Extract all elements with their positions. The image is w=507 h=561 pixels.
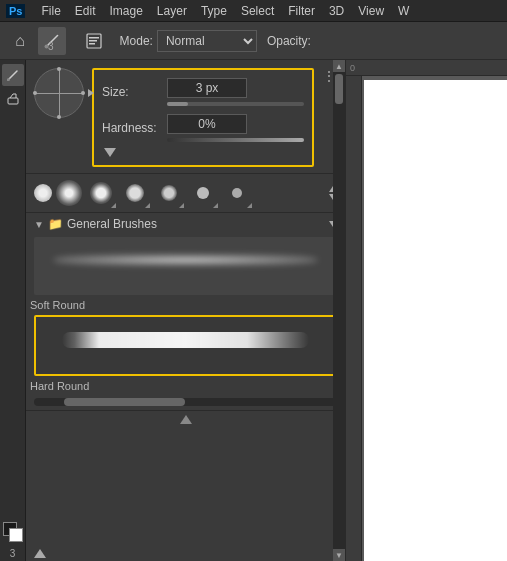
scroll-down-button[interactable]: ▼ [333,549,345,561]
panel-vertical-scrollbar[interactable]: ▲ ▼ [333,60,345,561]
menu-file[interactable]: File [41,4,60,18]
soft-round-brush-item[interactable] [34,237,337,295]
preset-item-4[interactable] [120,178,150,208]
ruler-top: 0 [346,60,507,76]
tool-eraser[interactable] [2,88,24,110]
h-scroll-thumb[interactable] [64,398,185,406]
left-toolbar: 3 [0,60,26,561]
fg-bg-colors[interactable] [3,522,23,542]
scroll-thumb[interactable] [335,74,343,104]
brush-preview-circle [34,68,84,118]
svg-rect-3 [89,40,97,42]
hardness-slider-thumb[interactable] [104,148,116,157]
section-chevron-icon: ▼ [34,219,44,230]
preset-item-5[interactable] [154,178,184,208]
hard-round-stroke-canvas [40,332,331,370]
toolbar-row: ⌂ 3 Mode: Normal Dissolve Multiply Scree… [0,22,507,60]
brush-panel: Size: 3 px H [26,60,346,561]
mode-select[interactable]: Normal Dissolve Multiply Screen Overlay [157,30,257,52]
home-button[interactable]: ⌂ [6,27,34,55]
menu-more[interactable]: W [398,4,409,18]
brush-settings-box: Size: 3 px H [92,68,314,167]
svg-rect-6 [8,98,18,104]
ruler-left [346,76,362,561]
hardness-label: Hardness: [102,121,167,135]
preset-item-1[interactable] [34,184,52,202]
ps-logo: Ps [6,4,25,18]
menu-filter[interactable]: Filter [288,4,315,18]
menu-select[interactable]: Select [241,4,274,18]
ruler-number: 0 [350,63,355,73]
brush-preset-row [26,173,345,213]
soft-round-label: Soft Round [26,299,345,311]
preset-item-2[interactable] [56,180,82,206]
tool-brush[interactable] [2,64,24,86]
tool-number: 3 [10,548,16,559]
scroll-up-arrow[interactable] [180,415,192,424]
hardness-value[interactable]: 0% [167,114,247,134]
preset-item-6[interactable] [188,178,218,208]
scroll-track [333,106,345,549]
section-title: General Brushes [67,217,157,231]
size-label: Size: [102,85,167,99]
size-slider-track[interactable] [167,102,304,106]
hardness-setting-row: Hardness: 0% [102,114,304,142]
scroll-up-button[interactable]: ▲ [333,60,345,72]
mode-label: Mode: [120,34,153,48]
preset-item-3[interactable] [86,178,116,208]
background-color[interactable] [9,528,23,542]
svg-rect-2 [89,37,99,39]
bottom-bar [26,410,345,428]
hard-round-label: Hard Round [26,380,345,392]
folder-icon: 📁 [48,217,63,231]
hard-round-stroke [62,332,309,348]
main-area: 3 Size: [0,60,507,561]
size-slider-thumb-up[interactable] [34,549,46,558]
general-brushes-header[interactable]: ▼ 📁 General Brushes [26,213,345,235]
h-scroll-track[interactable] [34,398,337,406]
canvas-area[interactable] [364,80,507,561]
size-value[interactable]: 3 px [167,78,247,98]
size-setting-row: Size: 3 px [102,78,304,106]
soft-round-stroke [53,253,319,267]
menu-layer[interactable]: Layer [157,4,187,18]
brush-size-badge: 3 [48,41,54,52]
soft-round-stroke-canvas [38,253,333,291]
svg-point-5 [7,78,10,81]
menu-image[interactable]: Image [110,4,143,18]
brush-settings-button[interactable] [80,27,108,55]
opacity-label: Opacity: [267,34,311,48]
menu-type[interactable]: Type [201,4,227,18]
menu-view[interactable]: View [358,4,384,18]
menu-edit[interactable]: Edit [75,4,96,18]
svg-rect-4 [89,43,95,45]
right-area: 0 [346,60,507,561]
hard-round-brush-item[interactable] [34,315,337,376]
horizontal-scrollbar[interactable] [34,398,337,406]
menu-3d[interactable]: 3D [329,4,344,18]
preset-item-7[interactable] [222,178,252,208]
menu-bar: Ps File Edit Image Layer Type Select Fil… [0,0,507,22]
